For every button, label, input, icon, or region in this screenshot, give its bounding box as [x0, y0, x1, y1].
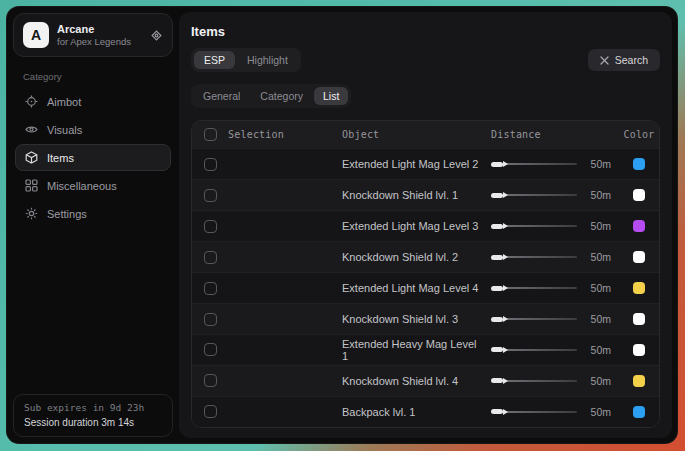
table-row: Extended Heavy Mag Level 1 50m: [192, 334, 659, 365]
distance-value: 50m: [585, 189, 611, 201]
slider-track: [506, 411, 577, 413]
object-name: Extended Light Mag Level 2: [342, 158, 479, 170]
color-swatch[interactable]: [633, 158, 645, 170]
pin-icon[interactable]: [150, 29, 163, 42]
column-distance: Distance: [479, 129, 619, 140]
sidebar-item-label: Items: [47, 152, 74, 164]
table-row: Knockdown Shield lvl. 1 50m: [192, 179, 659, 210]
search-label: Search: [615, 54, 648, 66]
row-checkbox[interactable]: [204, 189, 217, 202]
object-name: Backpack lvl. 1: [342, 406, 479, 418]
distance-slider[interactable]: [491, 193, 577, 198]
color-swatch[interactable]: [633, 189, 645, 201]
slider-track: [506, 318, 577, 320]
sidebar-item-items[interactable]: Items: [15, 144, 171, 171]
color-swatch[interactable]: [633, 282, 645, 294]
app-subtitle: for Apex Legends: [57, 36, 131, 47]
eye-icon: [25, 123, 38, 136]
distance-value: 50m: [585, 344, 611, 356]
sidebar-item-miscellaneous[interactable]: Miscellaneous: [15, 172, 171, 199]
color-swatch[interactable]: [633, 375, 645, 387]
cheat-window: A Arcane for Apex Legends Category: [6, 6, 678, 444]
subscription-info-card: Sub expires in 9d 23h Session duration 3…: [13, 394, 173, 437]
color-swatch[interactable]: [633, 406, 645, 418]
view-tabs: General Category List: [191, 84, 351, 108]
table-row: Knockdown Shield lvl. 3 50m: [192, 303, 659, 334]
row-checkbox[interactable]: [204, 158, 217, 171]
table-header: Selection Object Distance Color: [192, 121, 659, 148]
table-row: Extended Light Mag Level 2 50m: [192, 148, 659, 179]
distance-slider[interactable]: [491, 224, 577, 229]
slider-thumb[interactable]: [491, 409, 503, 414]
slider-thumb[interactable]: [491, 224, 503, 229]
slider-thumb[interactable]: [491, 378, 503, 383]
session-duration-text: Session duration 3m 14s: [24, 417, 162, 428]
sidebar-section-label: Category: [23, 71, 173, 82]
grid-icon: [25, 179, 38, 192]
tab-general[interactable]: General: [194, 87, 249, 105]
tab-esp[interactable]: ESP: [194, 51, 235, 69]
sidebar-item-visuals[interactable]: Visuals: [15, 116, 171, 143]
column-selection: Selection: [228, 129, 342, 140]
distance-value: 50m: [585, 282, 611, 294]
row-checkbox[interactable]: [204, 343, 217, 356]
table-row: Backpack lvl. 1 50m: [192, 396, 659, 427]
tab-category[interactable]: Category: [251, 87, 312, 105]
slider-thumb[interactable]: [491, 162, 503, 167]
distance-slider[interactable]: [491, 409, 577, 414]
tab-list[interactable]: List: [314, 87, 348, 105]
sidebar-item-settings[interactable]: Settings: [15, 200, 171, 227]
app-title-block: Arcane for Apex Legends: [57, 23, 131, 47]
distance-value: 50m: [585, 251, 611, 263]
slider-track: [506, 194, 577, 196]
distance-slider[interactable]: [491, 378, 577, 383]
slider-thumb[interactable]: [491, 193, 503, 198]
distance-value: 50m: [585, 158, 611, 170]
slider-thumb[interactable]: [491, 255, 503, 260]
toolbar-row: ESP Highlight Search: [191, 48, 660, 72]
select-all-checkbox[interactable]: [204, 128, 217, 141]
slider-track: [506, 287, 577, 289]
row-checkbox[interactable]: [204, 374, 217, 387]
row-checkbox[interactable]: [204, 251, 217, 264]
distance-value: 50m: [585, 220, 611, 232]
gear-icon: [25, 207, 38, 220]
row-checkbox[interactable]: [204, 220, 217, 233]
distance-slider[interactable]: [491, 286, 577, 291]
row-checkbox[interactable]: [204, 313, 217, 326]
object-name: Knockdown Shield lvl. 4: [342, 375, 479, 387]
object-name: Extended Light Mag Level 4: [342, 282, 479, 294]
row-checkbox[interactable]: [204, 282, 217, 295]
crosshair-icon: [25, 95, 38, 108]
x-icon: [600, 56, 609, 65]
view-tabs-row: General Category List: [191, 84, 660, 108]
slider-thumb[interactable]: [491, 286, 503, 291]
object-name: Extended Light Mag Level 3: [342, 220, 479, 232]
app-header-card: A Arcane for Apex Legends: [13, 13, 173, 57]
color-swatch[interactable]: [633, 251, 645, 263]
distance-slider[interactable]: [491, 317, 577, 322]
slider-track: [506, 380, 577, 382]
slider-thumb[interactable]: [491, 317, 503, 322]
distance-value: 50m: [585, 313, 611, 325]
table-row: Knockdown Shield lvl. 4 50m: [192, 365, 659, 396]
distance-slider[interactable]: [491, 347, 577, 352]
object-name: Knockdown Shield lvl. 3: [342, 313, 479, 325]
sidebar-item-label: Settings: [47, 208, 87, 220]
app-logo: A: [23, 22, 49, 48]
color-swatch[interactable]: [633, 313, 645, 325]
table-row: Knockdown Shield lvl. 2 50m: [192, 241, 659, 272]
search-button[interactable]: Search: [588, 49, 660, 71]
column-color: Color: [619, 129, 659, 140]
object-name: Knockdown Shield lvl. 2: [342, 251, 479, 263]
row-checkbox[interactable]: [204, 405, 217, 418]
distance-slider[interactable]: [491, 162, 577, 167]
slider-thumb[interactable]: [491, 347, 503, 352]
tab-highlight[interactable]: Highlight: [237, 51, 298, 69]
table-row: Extended Light Mag Level 3 50m: [192, 210, 659, 241]
color-swatch[interactable]: [633, 220, 645, 232]
sidebar-item-aimbot[interactable]: Aimbot: [15, 88, 171, 115]
color-swatch[interactable]: [633, 344, 645, 356]
object-name: Knockdown Shield lvl. 1: [342, 189, 479, 201]
distance-slider[interactable]: [491, 255, 577, 260]
